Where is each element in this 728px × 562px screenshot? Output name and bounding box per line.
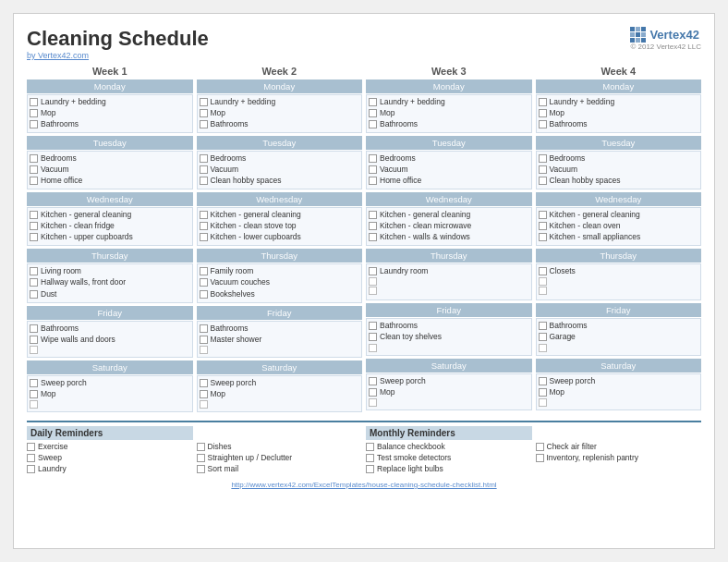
task-checkbox[interactable] [200, 222, 208, 230]
task-checkbox[interactable] [369, 120, 377, 128]
task-checkbox[interactable] [200, 324, 208, 333]
task-text: Bookshelves [211, 289, 255, 299]
reminder-checkbox[interactable] [27, 454, 35, 462]
empty-checkbox[interactable] [539, 277, 547, 286]
task-checkbox[interactable] [539, 154, 547, 163]
week-header-4: Week 4 [536, 66, 702, 77]
task-checkbox[interactable] [369, 98, 377, 106]
task-checkbox[interactable] [30, 290, 38, 299]
task-text: Kitchen - walls & windows [380, 232, 470, 242]
task-checkbox[interactable] [30, 336, 38, 344]
empty-checkbox[interactable] [369, 398, 377, 407]
task-checkbox[interactable] [200, 177, 208, 185]
subtitle-link[interactable]: by Vertex42.com [27, 51, 209, 60]
task-checkbox[interactable] [30, 98, 38, 106]
task-checkbox[interactable] [539, 177, 547, 185]
task-checkbox[interactable] [369, 377, 377, 385]
task-checkbox[interactable] [30, 278, 38, 287]
empty-checkbox[interactable] [369, 277, 377, 286]
task-checkbox[interactable] [539, 267, 547, 275]
task-checkbox[interactable] [30, 177, 38, 185]
task-checkbox[interactable] [539, 165, 547, 174]
task-checkbox[interactable] [30, 222, 38, 230]
reminder-checkbox[interactable] [366, 465, 374, 473]
day-header-w2-d4: Thursday [197, 249, 363, 263]
task-checkbox[interactable] [200, 154, 208, 163]
task-checkbox[interactable] [200, 109, 208, 117]
reminder-checkbox[interactable] [27, 465, 35, 473]
task-checkbox[interactable] [200, 336, 208, 344]
task-checkbox[interactable] [539, 211, 547, 219]
reminder-checkbox[interactable] [27, 443, 35, 451]
task-checkbox[interactable] [200, 211, 208, 219]
reminder-checkbox[interactable] [366, 443, 374, 451]
task-checkbox[interactable] [200, 165, 208, 174]
reminder-checkbox[interactable] [536, 443, 544, 451]
reminder-checkbox[interactable] [197, 443, 205, 451]
task-item: Kitchen - clean fridge [30, 221, 190, 231]
task-checkbox[interactable] [369, 222, 377, 230]
empty-checkbox[interactable] [539, 398, 547, 407]
task-checkbox[interactable] [200, 98, 208, 106]
task-checkbox[interactable] [539, 388, 547, 397]
task-text: Mop [550, 387, 565, 397]
task-checkbox[interactable] [30, 324, 38, 333]
task-checkbox[interactable] [200, 267, 208, 275]
task-checkbox[interactable] [30, 233, 38, 241]
empty-checkbox[interactable] [200, 400, 208, 409]
empty-checkbox[interactable] [539, 287, 547, 295]
reminder-text: Replace light bulbs [377, 464, 443, 474]
empty-checkbox[interactable] [30, 400, 38, 409]
task-checkbox[interactable] [539, 222, 547, 230]
day-header-w4-d3: Wednesday [536, 192, 702, 206]
task-checkbox[interactable] [539, 233, 547, 241]
task-list-w1-d3: Kitchen - general cleaningKitchen - clea… [27, 207, 193, 246]
task-checkbox[interactable] [200, 390, 208, 398]
task-checkbox[interactable] [30, 267, 38, 275]
task-checkbox[interactable] [539, 322, 547, 330]
task-text: Mop [41, 389, 56, 399]
day-section-w2-d3: WednesdayKitchen - general cleaningKitch… [197, 192, 363, 246]
task-checkbox[interactable] [369, 267, 377, 275]
reminder-checkbox[interactable] [197, 454, 205, 462]
task-checkbox[interactable] [200, 120, 208, 128]
footer-url[interactable]: http://www.vertex42.com/ExcelTemplates/h… [27, 481, 701, 489]
task-checkbox[interactable] [30, 390, 38, 398]
task-checkbox[interactable] [30, 109, 38, 117]
task-checkbox[interactable] [369, 322, 377, 330]
task-text: Bedrooms [41, 153, 77, 164]
task-checkbox[interactable] [539, 120, 547, 128]
task-checkbox[interactable] [369, 333, 377, 341]
task-checkbox[interactable] [200, 278, 208, 287]
task-checkbox[interactable] [369, 388, 377, 397]
reminder-text: Straighten up / Declutter [208, 453, 293, 463]
task-checkbox[interactable] [539, 109, 547, 117]
empty-checkbox[interactable] [200, 346, 208, 354]
task-checkbox[interactable] [369, 109, 377, 117]
task-checkbox[interactable] [539, 333, 547, 341]
task-checkbox[interactable] [369, 233, 377, 241]
reminder-checkbox[interactable] [366, 454, 374, 462]
task-checkbox[interactable] [30, 154, 38, 163]
empty-checkbox[interactable] [539, 344, 547, 352]
empty-checkbox[interactable] [369, 344, 377, 352]
task-checkbox[interactable] [200, 233, 208, 241]
task-checkbox[interactable] [369, 154, 377, 163]
task-checkbox[interactable] [30, 120, 38, 128]
task-checkbox[interactable] [30, 211, 38, 219]
task-checkbox[interactable] [200, 379, 208, 387]
task-checkbox[interactable] [369, 165, 377, 174]
empty-checkbox[interactable] [369, 287, 377, 295]
task-checkbox[interactable] [30, 165, 38, 174]
task-checkbox[interactable] [200, 290, 208, 299]
reminder-checkbox[interactable] [536, 454, 544, 462]
task-item: Family room [200, 266, 360, 276]
task-checkbox[interactable] [369, 177, 377, 185]
reminder-checkbox[interactable] [197, 465, 205, 473]
task-checkbox[interactable] [369, 211, 377, 219]
task-checkbox[interactable] [30, 379, 38, 387]
task-checkbox[interactable] [539, 377, 547, 385]
empty-checkbox[interactable] [30, 346, 38, 354]
task-checkbox[interactable] [539, 98, 547, 106]
task-text: Laundry + bedding [550, 97, 615, 107]
